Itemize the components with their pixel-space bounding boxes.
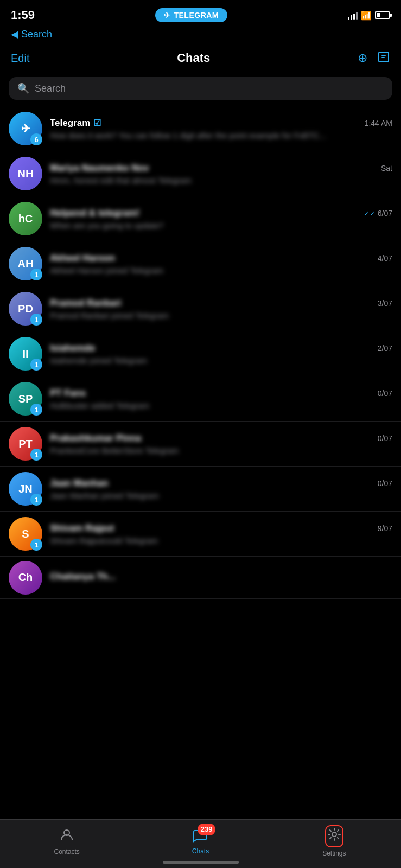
chat-preview: PrankestCore BetterStore Telegram [50, 446, 392, 455]
wifi-icon: 📶 [361, 10, 372, 21]
chat-time: ✓✓ 6/07 [364, 209, 392, 218]
chat-time: 2/07 [378, 344, 392, 353]
unread-badge: 1 [30, 314, 42, 326]
back-search-area: ◀ Search [0, 27, 401, 43]
list-item[interactable]: SP 1 PT Fans 0/07 Hulkbuster added Teleg… [0, 376, 401, 422]
list-item[interactable]: ✈ 6 Telegram ☑ 1:44 AM How does it work?… [0, 106, 401, 151]
chat-header: Prakashkumar Pinna 0/07 [50, 433, 392, 444]
telegram-badge: ✈ TELEGRAM [155, 8, 227, 22]
unread-badge: 1 [30, 449, 42, 461]
list-item[interactable]: II 1 Isiahemde 2/07 Isiahemde joined Tel… [0, 331, 401, 376]
chat-content: Jaan Manhan 0/07 Jaan Manhan joined Tele… [50, 478, 392, 500]
unread-badge: 1 [30, 359, 42, 371]
settings-highlight [325, 825, 343, 847]
chats-unread-badge: 239 [198, 824, 216, 835]
home-indicator [163, 861, 239, 864]
list-item[interactable]: JN 1 Jaan Manhan 0/07 Jaan Manhan joined… [0, 467, 401, 512]
chat-preview: Hmm, honest edit that almost Telegram [50, 176, 392, 185]
chat-name: Isiahemde [50, 343, 95, 354]
chat-header: PT Fans 0/07 [50, 388, 392, 399]
avatar-wrapper: ✈ 6 [9, 112, 42, 145]
list-item[interactable]: hC Helpend & telegram! ✓✓ 6/07 When are … [0, 196, 401, 241]
status-icons: 📶 33 [348, 10, 390, 21]
avatar-wrapper: PD 1 [9, 292, 42, 326]
chat-content: Prakashkumar Pinna 0/07 PrankestCore Bet… [50, 433, 392, 455]
avatar-wrapper: AH 1 [9, 247, 42, 280]
list-item[interactable]: NH Mariya Naumenko Nov Sat Hmm, honest e… [0, 151, 401, 196]
avatar: Ch [9, 561, 42, 595]
chat-content: Pramod Ranbari 3/07 Pramod Ranbari joine… [50, 298, 392, 320]
chat-header: Pramod Ranbari 3/07 [50, 298, 392, 309]
battery-icon: 33 [375, 11, 390, 19]
unread-badge: 1 [30, 494, 42, 506]
chat-time: 3/07 [378, 299, 392, 308]
chats-badge-wrapper: 239 [193, 828, 208, 845]
chat-content: Mariya Naumenko Nov Sat Hmm, honest edit… [50, 163, 392, 185]
svg-point-2 [332, 832, 336, 837]
chat-preview: Shivam Rajputcould Telegram [50, 536, 392, 545]
chat-preview: How does it work? You can follow 1 digit… [50, 131, 392, 140]
new-group-button[interactable]: ⊕ [358, 52, 367, 64]
chat-header: Mariya Naumenko Nov Sat [50, 163, 392, 174]
chat-header: Jaan Manhan 0/07 [50, 478, 392, 489]
tab-contacts[interactable]: Contacts [0, 821, 133, 856]
chat-preview: When are you going to update? [50, 221, 392, 230]
chat-content: Helpend & telegram! ✓✓ 6/07 When are you… [50, 208, 392, 230]
tab-chats[interactable]: 239 Chats [133, 822, 267, 855]
avatar-wrapper: II 1 [9, 337, 42, 371]
chat-header: Isiahemde 2/07 [50, 343, 392, 354]
status-time: 1:59 [11, 8, 35, 22]
chat-header: Akheel Haroon 4/07 [50, 253, 392, 264]
chat-name: Chaitanya Th... [50, 571, 116, 582]
compose-button[interactable] [377, 50, 390, 66]
chat-content: Shivam Rajput 9/07 Shivam Rajputcould Te… [50, 523, 392, 545]
search-bar[interactable]: 🔍 Search [9, 77, 392, 100]
chat-header: Chaitanya Th... [50, 571, 392, 582]
chat-name: PT Fans [50, 388, 86, 399]
chat-name: Shivam Rajput [50, 523, 114, 534]
chat-time: 0/07 [378, 479, 392, 488]
settings-icon [327, 828, 341, 845]
chat-time: 9/07 [378, 524, 392, 533]
chat-list: ✈ 6 Telegram ☑ 1:44 AM How does it work?… [0, 106, 401, 599]
chat-preview: Pramod Ranbari joined Telegram [50, 311, 392, 320]
edit-button[interactable]: Edit [11, 52, 29, 65]
chat-content: PT Fans 0/07 Hulkbuster added Telegram [50, 388, 392, 410]
avatar-wrapper: JN 1 [9, 472, 42, 506]
chat-header: Shivam Rajput 9/07 [50, 523, 392, 534]
list-item[interactable]: PD 1 Pramod Ranbari 3/07 Pramod Ranbari … [0, 286, 401, 331]
chat-name: Telegram ☑ [50, 118, 101, 129]
nav-bar: Edit Chats ⊕ [0, 43, 401, 74]
avatar-wrapper: NH [9, 157, 42, 190]
telegram-label: TELEGRAM [174, 11, 219, 20]
contacts-icon [59, 827, 74, 846]
chat-header: Helpend & telegram! ✓✓ 6/07 [50, 208, 392, 219]
search-input[interactable]: Search [35, 83, 66, 94]
chat-preview: Hulkbuster added Telegram [50, 401, 392, 410]
tab-settings[interactable]: Settings [268, 820, 401, 857]
page-title: Chats [177, 51, 210, 65]
chat-time: 1:44 AM [365, 119, 392, 127]
chats-label: Chats [192, 847, 209, 855]
chat-header: Telegram ☑ 1:44 AM [50, 118, 392, 129]
chat-content: Telegram ☑ 1:44 AM How does it work? You… [50, 118, 392, 140]
list-item[interactable]: Ch Chaitanya Th... [0, 557, 401, 599]
chat-content: Chaitanya Th... [50, 571, 392, 584]
chat-content: Akheel Haroon 4/07 Akheel Haroon joined … [50, 253, 392, 275]
chat-name: Akheel Haroon [50, 253, 115, 264]
avatar: NH [9, 157, 42, 190]
back-button[interactable]: ◀ Search [11, 29, 52, 40]
chat-time: Sat [381, 164, 392, 173]
unread-badge: 6 [30, 133, 42, 145]
status-bar: 1:59 ✈ TELEGRAM 📶 33 [0, 0, 401, 27]
chat-name: Helpend & telegram! [50, 208, 139, 219]
avatar-wrapper: SP 1 [9, 382, 42, 416]
list-item[interactable]: PT 1 Prakashkumar Pinna 0/07 PrankestCor… [0, 422, 401, 467]
chat-name: Prakashkumar Pinna [50, 433, 141, 444]
list-item[interactable]: AH 1 Akheel Haroon 4/07 Akheel Haroon jo… [0, 241, 401, 286]
chat-preview: Jaan Manhan joined Telegram [50, 491, 392, 500]
search-bar-wrapper: 🔍 Search [0, 74, 401, 106]
chat-name: Pramod Ranbari [50, 298, 121, 309]
chat-name: Jaan Manhan [50, 478, 109, 489]
list-item[interactable]: S 1 Shivam Rajput 9/07 Shivam Rajputcoul… [0, 512, 401, 557]
